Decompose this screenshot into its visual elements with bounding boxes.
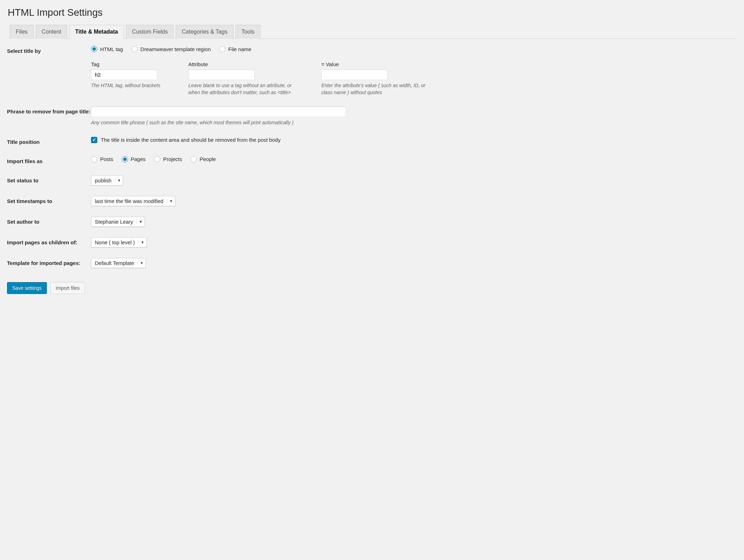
radio-file-name[interactable] xyxy=(219,46,225,52)
radio-label-posts: Posts xyxy=(100,156,113,162)
label-import-files-as: Import files as xyxy=(7,156,91,165)
tab-title-metadata[interactable]: Title & Metadata xyxy=(69,25,124,39)
label-set-timestamps: Set timestamps to xyxy=(7,196,91,205)
chevron-down-icon: ▼ xyxy=(167,199,175,203)
chevron-down-icon: ▼ xyxy=(115,178,123,182)
label-phrase-remove: Phrase to remove from page title: xyxy=(7,106,91,115)
checkbox-title-position[interactable] xyxy=(91,137,97,143)
help-value: Enter the attribute's value ( such as wi… xyxy=(321,82,426,96)
select-template-value: Default Template xyxy=(91,258,138,268)
radio-people[interactable] xyxy=(190,156,197,162)
label-import-pages-children: Import pages as children of: xyxy=(7,237,91,246)
select-timestamps-value: last time the file was modified xyxy=(91,196,167,206)
label-set-status: Set status to xyxy=(7,175,91,184)
tab-categories-tags[interactable]: Categories & Tags xyxy=(176,25,233,39)
radio-label-projects: Projects xyxy=(163,156,182,162)
input-phrase-remove[interactable] xyxy=(91,106,346,117)
tab-files[interactable]: Files xyxy=(10,25,34,39)
label-template-imported: Template for imported pages: xyxy=(7,258,91,267)
input-tag[interactable] xyxy=(91,69,157,80)
select-children-of[interactable]: None ( top level ) ▼ xyxy=(91,237,147,247)
radio-label-dreamweaver: Dreamweaver template region xyxy=(140,46,211,52)
tab-custom-fields[interactable]: Custom Fields xyxy=(126,25,174,39)
label-value: = Value xyxy=(321,61,426,67)
input-attribute[interactable] xyxy=(188,69,255,80)
help-attribute: Leave blank to use a tag without an attr… xyxy=(188,82,293,96)
radio-label-people: People xyxy=(199,156,216,162)
radio-posts[interactable] xyxy=(91,156,97,162)
input-value[interactable] xyxy=(321,69,388,80)
help-tag: The HTML tag, without brackets xyxy=(91,82,160,89)
radio-pages[interactable] xyxy=(122,156,128,162)
chevron-down-icon: ▼ xyxy=(136,220,145,224)
radio-projects[interactable] xyxy=(154,156,160,162)
label-select-title-by: Select title by xyxy=(7,46,91,55)
label-title-position: Title position xyxy=(7,137,91,146)
import-files-button[interactable]: Import files xyxy=(50,282,85,294)
label-set-author: Set author to xyxy=(7,217,91,225)
label-attribute: Attribute xyxy=(188,61,293,67)
tab-tools[interactable]: Tools xyxy=(236,25,260,39)
radio-label-html-tag: HTML tag xyxy=(100,46,123,52)
radio-label-file-name: File name xyxy=(228,46,251,52)
chevron-down-icon: ▼ xyxy=(138,261,146,265)
select-author-value: Stephanie Leary xyxy=(91,217,136,226)
select-author[interactable]: Stephanie Leary ▼ xyxy=(91,217,145,227)
save-settings-button[interactable]: Save settings xyxy=(7,282,47,294)
tabs-container: Files Content Title & Metadata Custom Fi… xyxy=(7,24,737,39)
chevron-down-icon: ▼ xyxy=(138,240,146,244)
page-title: HTML Import Settings xyxy=(7,7,737,18)
checkbox-label-title-position: The title is inside the content area and… xyxy=(101,137,281,143)
select-status-value: publish xyxy=(91,176,115,185)
radio-dreamweaver[interactable] xyxy=(131,46,138,52)
select-template[interactable]: Default Template ▼ xyxy=(91,258,146,268)
help-phrase-remove: Any common title phrase ( such as the si… xyxy=(91,119,737,126)
tab-content[interactable]: Content xyxy=(36,25,67,39)
label-tag: Tag xyxy=(91,61,160,67)
select-timestamps[interactable]: last time the file was modified ▼ xyxy=(91,196,175,206)
radio-html-tag[interactable] xyxy=(91,46,97,52)
select-status[interactable]: publish ▼ xyxy=(91,175,123,186)
select-children-of-value: None ( top level ) xyxy=(91,238,138,247)
radio-label-pages: Pages xyxy=(131,156,146,162)
